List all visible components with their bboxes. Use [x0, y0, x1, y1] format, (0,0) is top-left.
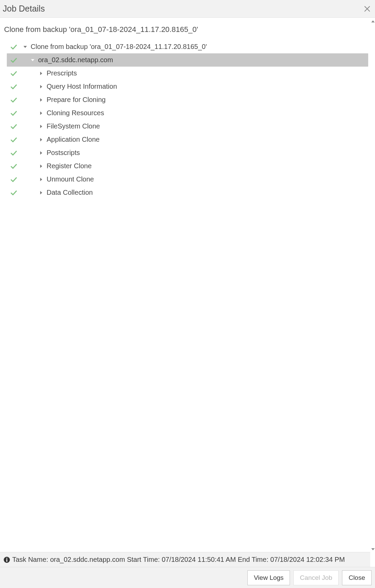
tree-row[interactable]: FileSystem Clone	[7, 120, 368, 133]
check-icon	[7, 70, 20, 77]
tree-row-label: Clone from backup 'ora_01_07-18-2024_11.…	[31, 43, 207, 51]
check-icon	[7, 97, 20, 103]
chevron-right-icon[interactable]	[39, 191, 43, 195]
status-text: Task Name: ora_02.sddc.netapp.com Start …	[12, 556, 345, 564]
tree-row-label: Register Clone	[47, 162, 92, 170]
check-icon	[7, 123, 20, 130]
check-icon	[7, 176, 20, 183]
tree-row[interactable]: Prescripts	[7, 67, 368, 80]
job-step-tree: Clone from backup 'ora_01_07-18-2024_11.…	[0, 40, 375, 199]
tree-row[interactable]: ora_02.sddc.netapp.com	[7, 53, 368, 67]
check-icon	[7, 44, 20, 50]
tree-row[interactable]: Unmount Clone	[7, 173, 368, 186]
svg-point-1	[6, 557, 7, 558]
tree-row-label: Query Host Information	[47, 83, 117, 90]
tree-row-label: Cloning Resources	[47, 109, 104, 117]
tree-row[interactable]: Application Clone	[7, 133, 368, 146]
dialog-footer: View Logs Cancel Job Close	[0, 567, 375, 588]
tree-row-label: Prepare for Cloning	[47, 96, 105, 104]
tree-row-label: Data Collection	[47, 189, 93, 196]
chevron-right-icon[interactable]	[39, 164, 43, 168]
check-icon	[7, 136, 20, 143]
tree-row[interactable]: Postscripts	[7, 146, 368, 159]
status-bar: Task Name: ora_02.sddc.netapp.com Start …	[0, 552, 370, 567]
dialog-header: Job Details	[0, 0, 375, 18]
check-icon	[7, 150, 20, 156]
scrollbar-down-icon[interactable]	[371, 547, 375, 553]
job-summary-title: Clone from backup 'ora_01_07-18-2024_11.…	[0, 18, 375, 40]
info-icon	[3, 556, 10, 563]
check-icon	[7, 163, 20, 170]
dialog-title: Job Details	[3, 4, 45, 14]
tree-row[interactable]: Clone from backup 'ora_01_07-18-2024_11.…	[7, 40, 368, 53]
chevron-right-icon[interactable]	[39, 138, 43, 142]
chevron-right-icon[interactable]	[39, 85, 43, 89]
svg-rect-2	[6, 559, 7, 562]
tree-row[interactable]: Cloning Resources	[7, 106, 368, 120]
close-icon[interactable]	[363, 5, 371, 13]
chevron-down-icon[interactable]	[23, 45, 27, 49]
scrollbar-up-icon[interactable]	[371, 19, 375, 25]
tree-row[interactable]: Prepare for Cloning	[7, 93, 368, 106]
tree-row[interactable]: Register Clone	[7, 159, 368, 173]
chevron-right-icon[interactable]	[39, 71, 43, 75]
tree-row-label: Unmount Clone	[47, 175, 94, 183]
close-button[interactable]: Close	[342, 570, 372, 585]
chevron-right-icon[interactable]	[39, 177, 43, 181]
chevron-right-icon[interactable]	[39, 111, 43, 115]
chevron-right-icon[interactable]	[39, 98, 43, 102]
tree-row-label: Application Clone	[47, 136, 100, 143]
chevron-right-icon[interactable]	[39, 124, 43, 128]
tree-row-label: Prescripts	[47, 69, 77, 77]
check-icon	[7, 57, 20, 64]
check-icon	[7, 110, 20, 117]
tree-row-label: Postscripts	[47, 149, 80, 157]
check-icon	[7, 83, 20, 90]
chevron-right-icon[interactable]	[39, 151, 43, 155]
tree-row[interactable]: Query Host Information	[7, 80, 368, 93]
cancel-job-button: Cancel Job	[293, 570, 339, 585]
view-logs-button[interactable]: View Logs	[247, 570, 290, 585]
check-icon	[7, 189, 20, 196]
chevron-down-icon[interactable]	[31, 58, 35, 62]
tree-row-label: ora_02.sddc.netapp.com	[38, 56, 113, 64]
tree-row[interactable]: Data Collection	[7, 186, 368, 199]
tree-row-label: FileSystem Clone	[47, 122, 100, 130]
